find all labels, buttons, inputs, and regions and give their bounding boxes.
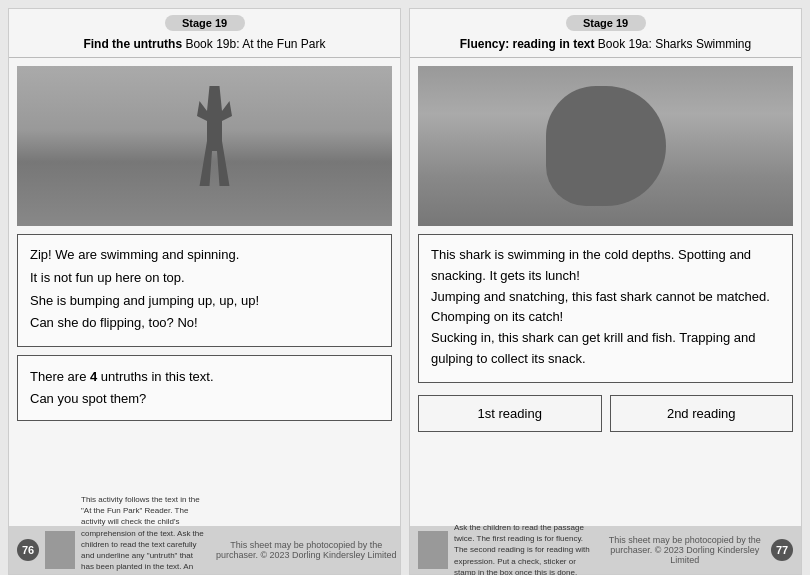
right-main-text: This shark is swimming in the cold depth… — [431, 245, 780, 370]
untruths-line1: There are 4 untruths in this text. — [30, 366, 379, 388]
left-text-line-3: She is bumping and jumping up, up, up! — [30, 291, 379, 312]
right-title-rest: Book 19a: Sharks Swimming — [594, 37, 751, 51]
left-activity-title: Find the untruths Book 19b: At the Fun P… — [9, 37, 400, 58]
left-footer-text: This activity follows the text in the "A… — [81, 494, 205, 575]
left-stage-bar: Stage 19 — [165, 15, 245, 31]
left-text-line-4: Can she do flipping, too? No! — [30, 313, 379, 334]
left-panel: Stage 19 Find the untruths Book 19b: At … — [8, 8, 401, 575]
untruths-post: untruths in this text. — [97, 369, 213, 384]
left-footer-thumb — [45, 531, 75, 569]
left-photo — [17, 66, 392, 226]
right-page-num: 77 — [771, 539, 793, 561]
right-panel-content: This shark is swimming in the cold depth… — [410, 58, 801, 526]
right-text-box: This shark is swimming in the cold depth… — [418, 234, 793, 383]
right-title-bold: Fluency: reading in text — [460, 37, 595, 51]
left-text-box: Zip! We are swimming and spinning. It is… — [17, 234, 392, 347]
left-title-rest: Book 19b: At the Fun Park — [182, 37, 325, 51]
right-photo — [418, 66, 793, 226]
left-text-line-2: It is not fun up here on top. — [30, 268, 379, 289]
right-footer-content: Ask the children to read the passage twi… — [410, 526, 599, 574]
left-page-num: 76 — [17, 539, 39, 561]
second-reading-button[interactable]: 2nd reading — [610, 395, 794, 432]
main-container: Stage 19 Find the untruths Book 19b: At … — [0, 0, 810, 575]
untruths-line2: Can you spot them? — [30, 388, 379, 410]
left-text-line-1: Zip! We are swimming and spinning. — [30, 245, 379, 266]
left-footer-content: 76 This activity follows the text in the… — [9, 526, 213, 574]
first-reading-button[interactable]: 1st reading — [418, 395, 602, 432]
left-panel-content: Zip! We are swimming and spinning. It is… — [9, 58, 400, 526]
right-copyright: This sheet may be photocopied by the pur… — [599, 526, 772, 574]
left-footer: 76 This activity follows the text in the… — [9, 526, 400, 574]
right-footer: Ask the children to read the passage twi… — [410, 526, 801, 574]
left-copyright: This sheet may be photocopied by the pur… — [213, 526, 401, 574]
reading-buttons: 1st reading 2nd reading — [418, 395, 793, 432]
right-footer-thumb — [418, 531, 448, 569]
right-footer-text: Ask the children to read the passage twi… — [454, 522, 591, 575]
right-panel: Stage 19 Fluency: reading in text Book 1… — [409, 8, 802, 575]
untruths-pre: There are — [30, 369, 90, 384]
right-activity-title: Fluency: reading in text Book 19a: Shark… — [410, 37, 801, 58]
left-title-bold: Find the untruths — [83, 37, 182, 51]
right-stage-bar: Stage 19 — [566, 15, 646, 31]
untruths-box: There are 4 untruths in this text. Can y… — [17, 355, 392, 421]
